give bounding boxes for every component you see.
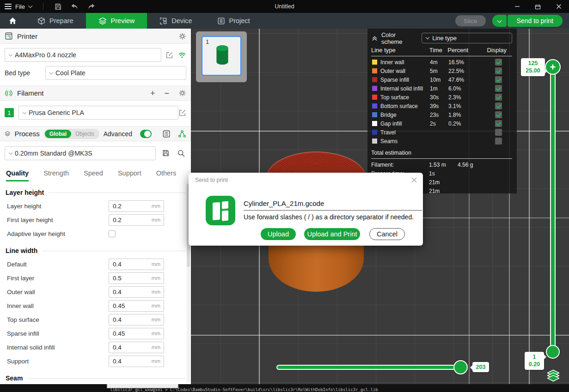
display-checkbox[interactable] <box>495 85 502 92</box>
filename-input[interactable] <box>244 197 422 211</box>
display-checkbox[interactable] <box>495 67 502 74</box>
top-surface-width-input[interactable] <box>109 316 152 323</box>
scope-global-button[interactable]: Global <box>45 130 71 138</box>
tab-prepare[interactable]: Prepare <box>25 13 86 29</box>
send-dropdown-button[interactable] <box>492 15 507 27</box>
tab-quality[interactable]: Quality <box>6 165 29 181</box>
minimize-button[interactable] <box>507 0 527 13</box>
collapse-icon[interactable] <box>371 35 378 42</box>
printer-host-logo-icon <box>206 196 235 225</box>
legend-row: Top surface30s2.3% <box>371 93 512 102</box>
slice-button[interactable]: Slice <box>455 15 486 26</box>
plate-grid-line <box>529 29 530 384</box>
save-button[interactable] <box>51 1 65 12</box>
inner-wall-width-input[interactable] <box>109 302 152 309</box>
send-to-print-button[interactable]: Send to print <box>508 15 563 27</box>
layer-slider-bottom-tooltip: 1 0.20 <box>525 352 544 370</box>
first-layer-width-input[interactable] <box>109 275 152 282</box>
device-icon <box>159 17 167 25</box>
dialog-close-button[interactable] <box>411 177 417 185</box>
color-swatch <box>372 60 377 65</box>
display-checkbox[interactable] <box>495 129 502 136</box>
filament-slot-badge[interactable]: 1 <box>5 108 14 117</box>
tab-project[interactable]: Project <box>205 13 263 29</box>
tab-device[interactable]: Device <box>147 13 204 29</box>
plate-grid-line <box>191 335 569 336</box>
tab-others[interactable]: Others <box>156 165 177 181</box>
gear-icon[interactable] <box>178 32 186 40</box>
remove-filament-button[interactable]: − <box>164 89 169 97</box>
redo-button[interactable] <box>85 1 98 12</box>
chevron-down-icon <box>9 151 12 154</box>
edit-icon <box>165 51 173 59</box>
default-width-input[interactable] <box>109 261 152 268</box>
color-scheme-select[interactable]: Line type <box>422 33 512 43</box>
tab-strength[interactable]: Strength <box>43 165 69 181</box>
layer-slider-top-handle[interactable] <box>545 59 561 75</box>
gear-icon[interactable] <box>178 89 186 97</box>
legend-row: Seams <box>371 137 512 145</box>
bed-type-select[interactable]: Cool Plate <box>45 66 186 80</box>
display-checkbox[interactable] <box>495 138 502 145</box>
tab-speed[interactable]: Speed <box>84 165 103 181</box>
process-preset-select[interactable]: 0.20mm Standard @MK3S <box>5 146 156 160</box>
plate-thumbnail[interactable]: 1 <box>202 36 241 76</box>
color-swatch <box>372 139 377 144</box>
layer-view-icon[interactable] <box>546 368 561 383</box>
chevron-down-icon <box>497 18 502 23</box>
support-width-input[interactable] <box>109 358 152 365</box>
layer-height-input[interactable] <box>109 203 152 210</box>
display-checkbox[interactable] <box>495 59 502 66</box>
printer-preset-value: A4MaxPro 0.4 nozzle <box>15 51 76 59</box>
printer-preset-select[interactable]: A4MaxPro 0.4 nozzle <box>5 48 161 62</box>
quality-settings: Layer height Layer height mm First layer… <box>0 181 191 382</box>
filament-section-header: Filament + − <box>0 85 191 101</box>
upload-button[interactable]: Upload <box>261 228 296 240</box>
cancel-button[interactable]: Cancel <box>369 228 405 240</box>
display-checkbox[interactable] <box>495 120 502 127</box>
edit-filament-button[interactable] <box>178 109 186 117</box>
file-menu-button[interactable]: File <box>0 0 37 13</box>
adaptive-layer-height-checkbox[interactable] <box>109 230 116 237</box>
redo-icon <box>87 3 95 10</box>
color-swatch <box>372 68 377 73</box>
upload-and-print-button[interactable]: Upload and Print <box>304 228 360 240</box>
layer-slider-bottom-handle[interactable] <box>546 345 560 359</box>
close-button[interactable] <box>548 0 569 13</box>
printer-connection-button[interactable] <box>178 52 186 59</box>
edit-printer-button[interactable] <box>165 51 173 59</box>
sparse-infill-width-input[interactable] <box>109 330 152 337</box>
move-slider-handle[interactable] <box>453 360 468 374</box>
display-checkbox[interactable] <box>495 111 502 118</box>
tab-support[interactable]: Support <box>118 165 141 181</box>
maximize-button[interactable] <box>527 0 548 13</box>
chevron-down-icon <box>49 70 53 74</box>
internal-solid-infill-width-input[interactable] <box>109 344 152 351</box>
display-checkbox[interactable] <box>495 94 502 101</box>
display-checkbox[interactable] <box>495 76 502 83</box>
first-layer-width-input-box: mm <box>109 272 164 284</box>
color-swatch <box>372 112 377 117</box>
first-layer-height-input[interactable] <box>109 217 152 223</box>
search-icon[interactable] <box>177 149 185 157</box>
legend-row: Bridge23s1.8% <box>371 110 512 119</box>
minimize-icon <box>514 4 520 9</box>
scope-objects-button[interactable]: Objects <box>71 131 98 137</box>
advanced-toggle[interactable] <box>140 130 152 138</box>
home-button[interactable] <box>0 13 25 29</box>
outer-wall-width-input[interactable] <box>109 289 152 296</box>
setting-row: Outer wall mm <box>6 285 185 299</box>
objects-tree-icon[interactable] <box>178 130 186 138</box>
filament-preset-select[interactable]: Prusa Generic PLA <box>18 106 178 120</box>
tab-preview[interactable]: Preview <box>86 13 147 29</box>
move-slider-track[interactable] <box>276 365 466 370</box>
save-preset-icon[interactable] <box>162 149 170 157</box>
layer-slider-track[interactable] <box>550 67 556 351</box>
section-line-width: Line width <box>6 247 185 254</box>
add-filament-button[interactable]: + <box>150 89 155 97</box>
filament-preset-value: Prusa Generic PLA <box>29 109 84 116</box>
undo-button[interactable] <box>68 1 82 12</box>
display-checkbox[interactable] <box>495 103 502 109</box>
parameter-list-icon[interactable] <box>162 130 171 138</box>
default-width-input-box: mm <box>109 259 164 270</box>
